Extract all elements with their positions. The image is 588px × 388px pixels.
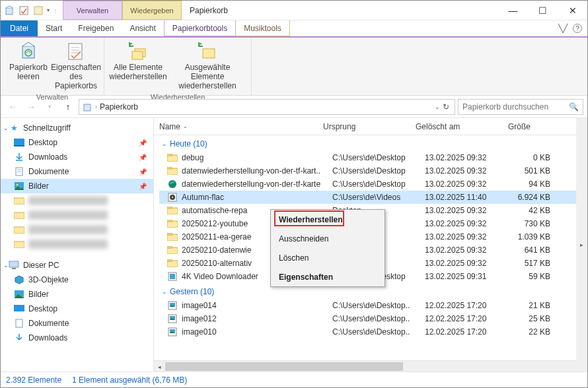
column-deleted[interactable]: Gelöscht am (410, 122, 488, 131)
desktop-icon (14, 137, 24, 148)
column-origin[interactable]: Ursprung (318, 122, 410, 131)
downloads-icon (14, 152, 24, 162)
sidebar-item-pictures-pc[interactable]: Bilder (1, 287, 153, 302)
sidebar-item-downloads[interactable]: Downloads📌 (1, 150, 153, 164)
horizontal-scrollbar[interactable]: ◂ ▸ (154, 360, 587, 372)
sidebar-item-documents-pc[interactable]: Dokumente (1, 316, 153, 331)
chevron-down-icon[interactable]: ⌄ (3, 125, 9, 131)
svg-point-37 (172, 197, 173, 198)
vertical-scroll-strip[interactable]: ▸ (576, 118, 587, 372)
sidebar-item-documents[interactable]: Dokumente📌 (1, 164, 153, 179)
forward-button[interactable]: → (23, 99, 39, 115)
cell-deleted: 13.02.2025 09:32 (425, 232, 503, 242)
recent-dropdown-icon[interactable]: ▾ (42, 99, 57, 115)
image-icon (167, 313, 178, 324)
breadcrumb-part[interactable]: Papierkorb (100, 102, 138, 112)
sidebar-item-pictures[interactable]: Bilder📌 (1, 179, 153, 193)
sidebar-item-desktop-pc[interactable]: Desktop (1, 302, 153, 316)
column-size[interactable]: Größe (488, 122, 536, 131)
cell-size: 517 KB (503, 259, 550, 268)
refresh-icon[interactable]: ↻ (443, 102, 449, 112)
table-row[interactable]: Autumn-flacC:\Users\de\Videos13.02.2025 … (159, 191, 587, 204)
tab-share[interactable]: Freigeben (70, 20, 122, 36)
search-input[interactable]: Papierkorb durchsuchen 🔍 (458, 99, 583, 115)
recycle-bin-empty-icon (18, 40, 39, 61)
properties-qat-icon[interactable] (18, 5, 30, 16)
chevron-down-icon[interactable]: ⌄ (3, 262, 9, 269)
column-name[interactable]: Name⌄ (154, 122, 318, 131)
folder-icon (14, 224, 24, 235)
address-dropdown-icon[interactable]: ⌄ (435, 104, 440, 110)
maximize-button[interactable]: ☐ (528, 1, 558, 20)
sidebar-item-desktop[interactable]: Desktop📌 (1, 135, 153, 150)
contextual-tab-manage[interactable]: Verwalten (63, 1, 122, 20)
folder-icon (14, 210, 24, 220)
context-properties[interactable]: Eigenschaften (271, 267, 385, 286)
table-row[interactable]: image010C:\Users\de\Desktop..12.02.2025 … (159, 325, 587, 339)
recycle-bin-properties-button[interactable]: Eigenschaften des Papierkorbs (52, 39, 100, 92)
svg-rect-31 (167, 154, 172, 156)
tab-start[interactable]: Start (38, 20, 70, 36)
qat-item-icon[interactable] (32, 5, 44, 16)
cell-name: datenwiederherstellung-von-der-tf-karte (182, 179, 332, 189)
cell-size: 94 KB (503, 179, 550, 189)
context-restore[interactable]: Wiederherstellen (271, 210, 385, 229)
help-icon[interactable]: ? (573, 24, 582, 33)
tab-music-tools[interactable]: Musiktools (236, 20, 290, 36)
back-button[interactable]: ← (5, 99, 20, 115)
sidebar-item-3d[interactable]: 3D-Objekte (1, 273, 153, 287)
table-row[interactable]: image012C:\Users\de\Desktop..12.02.2025 … (159, 312, 587, 325)
sidebar-item-pinned[interactable] (1, 237, 153, 251)
qat-dropdown-icon[interactable]: ▾ (47, 7, 52, 13)
table-row[interactable]: datenwiederherstellung-von-der-tf-karteC… (159, 178, 587, 191)
cell-deleted: 13.02.2025 09:32 (425, 245, 503, 255)
up-button[interactable]: ↑ (60, 99, 76, 115)
address-bar[interactable]: › Papierkorb ⌄ ↻ (79, 99, 455, 115)
table-row[interactable]: datenwiederherstellung-von-der-tf-kart..… (159, 164, 587, 178)
chevron-down-icon[interactable]: ⌄ (162, 141, 167, 147)
cell-origin: C:\Users\de\Desktop (332, 166, 425, 176)
sidebar-label: Downloads (28, 333, 67, 342)
svg-rect-28 (14, 305, 24, 311)
search-placeholder: Papierkorb durchsuchen (462, 102, 548, 112)
cell-origin: C:\Users\de\Desktop.. (332, 314, 425, 323)
restore-selected-button[interactable]: Ausgewählte Elemente wiederherstellen (168, 39, 247, 92)
table-row[interactable]: debugC:\Users\de\Desktop13.02.2025 09:32… (159, 151, 587, 164)
scroll-left-icon[interactable]: ◂ (154, 361, 165, 372)
search-icon[interactable]: 🔍 (569, 102, 579, 112)
context-delete[interactable]: Löschen (271, 248, 385, 267)
minimize-button[interactable]: — (498, 1, 528, 20)
blurred-label (28, 240, 108, 249)
cell-origin: C:\Users\de\Desktop.. (332, 301, 425, 310)
sidebar-item-pinned[interactable] (1, 222, 153, 237)
restore-all-button[interactable]: Alle Elemente wiederherstellen (108, 39, 168, 92)
svg-rect-14 (14, 145, 24, 146)
sidebar-item-downloads-pc[interactable]: Downloads (1, 331, 153, 345)
window-title: Papierkorb (182, 1, 498, 20)
scrollbar-thumb[interactable] (165, 362, 403, 371)
cell-size: 730 KB (503, 219, 550, 228)
sidebar-label: Bilder (28, 290, 49, 299)
cell-origin: C:\Users\de\Desktop.. (332, 327, 425, 337)
contextual-tab-play[interactable]: Wiedergeben (122, 1, 182, 20)
sidebar-this-pc[interactable]: ⌄Dieser PC (1, 258, 153, 273)
table-row[interactable]: image014C:\Users\de\Desktop..12.02.2025 … (159, 299, 587, 312)
tab-recyclebin-tools[interactable]: Papierkorbtools (164, 20, 236, 36)
sidebar-item-pinned[interactable] (1, 208, 153, 222)
context-cut[interactable]: Ausschneiden (271, 229, 385, 248)
empty-recycle-bin-button[interactable]: Papierkorb leeren (5, 39, 52, 92)
sidebar-quick-access[interactable]: ⌄ ★ Schnellzugriff (1, 121, 153, 135)
ribbon-collapse-icon[interactable]: ╲╱ (558, 24, 568, 33)
blurred-label (28, 196, 108, 205)
chevron-right-icon[interactable]: › (95, 104, 97, 110)
folder-icon (167, 232, 178, 242)
chevron-down-icon[interactable]: ⌄ (162, 288, 167, 295)
group-header[interactable]: ⌄Heute (10) (159, 135, 587, 151)
folder-icon (167, 205, 178, 216)
sidebar-item-pinned[interactable] (1, 193, 153, 208)
tab-file[interactable]: Datei (1, 20, 38, 36)
close-button[interactable]: ✕ (558, 1, 587, 20)
svg-rect-21 (14, 198, 24, 205)
tab-view[interactable]: Ansicht (122, 20, 163, 36)
app-icon (167, 271, 178, 282)
